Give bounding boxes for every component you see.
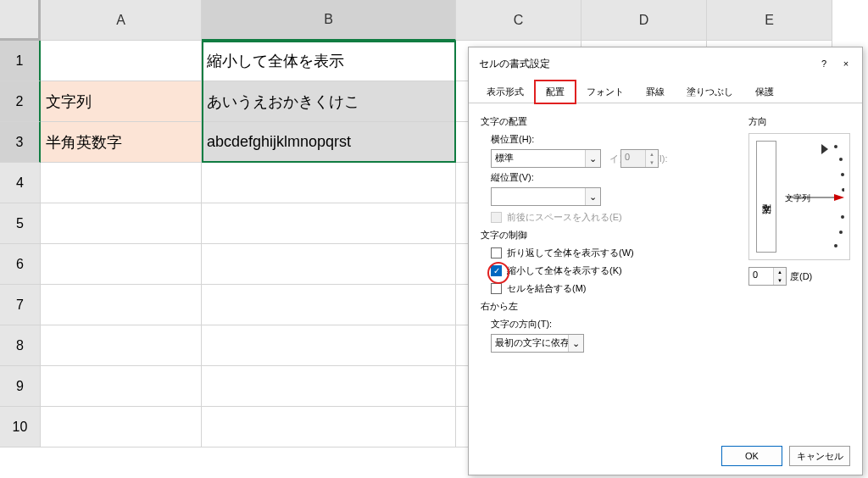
indent-spinner[interactable]: 0 ▲▼ [620,149,659,168]
cell-a2[interactable]: 文字列 [41,81,202,122]
cell-a6[interactable] [41,244,202,285]
col-header-e[interactable]: E [707,0,832,41]
col-header-b[interactable]: B [202,0,456,41]
select-all-corner[interactable] [0,0,41,41]
chevron-down-icon: ⌄ [585,188,600,205]
tab-alignment[interactable]: 配置 [535,81,576,103]
merge-cells-checkbox[interactable] [491,283,502,294]
format-cells-dialog: セルの書式設定 ? × 表示形式 配置 フォント 罫線 塗りつぶし 保護 文字の… [468,47,863,475]
cell-b5[interactable] [202,203,456,244]
svg-point-6 [834,244,837,247]
degree-value: 0 [749,268,773,285]
orientation-dial[interactable]: 文字列 [783,141,843,253]
svg-point-0 [834,145,837,148]
cell-a9[interactable] [41,366,202,407]
cell-b4[interactable] [202,163,456,203]
cell-b10[interactable] [202,407,456,447]
horizontal-value: 標準 [495,153,514,163]
svg-marker-10 [834,194,844,201]
col-header-c[interactable]: C [456,0,581,41]
cancel-button[interactable]: キャンセル [789,446,850,466]
degree-spinner[interactable]: 0 ▲▼ [748,267,787,286]
dialog-titlebar[interactable]: セルの書式設定 ? × [469,47,862,80]
spinner-down-icon[interactable]: ▼ [646,158,658,167]
orientation-panel: 方向 文字列 文字列 [748,112,850,356]
justify-distributed-label: 前後にスペースを入れる(E) [507,211,622,224]
section-right-to-left: 右から左 [481,300,735,313]
spinner-up-icon[interactable]: ▲ [774,268,786,276]
dialog-title: セルの書式設定 [479,57,813,71]
cell-a4[interactable] [41,163,202,203]
help-button[interactable]: ? [813,54,835,73]
row-header-8[interactable]: 8 [0,325,41,366]
section-orientation: 方向 [748,115,850,128]
text-direction-label: 文字の方向(T): [491,318,567,331]
row-header-2[interactable]: 2 [0,81,41,122]
cell-b1[interactable]: 縮小して全体を表示 [202,41,456,81]
wrap-text-checkbox[interactable] [491,247,502,258]
alignment-panel: 文字の配置 横位置(H): 標準 ⌄ インデント(I): 0 ▲▼ 縦位置(V)… [481,112,735,356]
row-header-5[interactable]: 5 [0,203,41,244]
vertical-select[interactable]: ⌄ [491,187,601,206]
row-header-4[interactable]: 4 [0,163,41,203]
shrink-to-fit-checkbox[interactable]: ✓ [491,265,502,276]
cell-b3[interactable]: abcdefghijklmnopqrst [202,122,456,163]
row-header-7[interactable]: 7 [0,285,41,325]
horizontal-select[interactable]: 標準 ⌄ [491,149,601,168]
col-header-d[interactable]: D [581,0,707,41]
row-header-6[interactable]: 6 [0,244,41,285]
spinner-down-icon[interactable]: ▼ [774,276,786,285]
wrap-text-label: 折り返して全体を表示する(W) [507,247,634,259]
degree-label: 度(D) [790,270,812,283]
justify-distributed-checkbox [491,212,502,223]
section-text-control: 文字の制御 [481,229,735,242]
row-header-1[interactable]: 1 [0,41,41,81]
cell-b8[interactable] [202,325,456,366]
horizontal-label: 横位置(H): [491,133,550,146]
spinner-up-icon[interactable]: ▲ [646,150,658,158]
tab-protection[interactable]: 保護 [744,81,785,103]
cell-a3[interactable]: 半角英数字 [41,122,202,163]
merge-cells-label: セルを結合する(M) [507,282,587,295]
tab-fill[interactable]: 塗りつぶし [676,81,744,103]
cell-b2[interactable]: あいうえおかきくけこ [202,81,456,122]
shrink-to-fit-label: 縮小して全体を表示する(K) [507,264,622,277]
close-button[interactable]: × [835,54,857,73]
dialog-tabs: 表示形式 配置 フォント 罫線 塗りつぶし 保護 [469,80,862,103]
row-header-10[interactable]: 10 [0,407,41,447]
indent-value: 0 [621,150,645,167]
svg-point-3 [842,188,844,192]
tab-number-format[interactable]: 表示形式 [476,81,535,103]
cell-a5[interactable] [41,203,202,244]
cell-b6[interactable] [202,244,456,285]
dialog-footer: OK キャンセル [721,446,850,466]
chevron-down-icon: ⌄ [585,150,600,167]
chevron-down-icon: ⌄ [568,335,583,352]
svg-marker-7 [821,144,828,154]
cell-b9[interactable] [202,366,456,407]
orientation-control[interactable]: 文字列 文字列 [748,133,850,260]
row-header-9[interactable]: 9 [0,366,41,407]
section-text-alignment: 文字の配置 [481,115,735,128]
orientation-vertical-button[interactable]: 文字列 [756,141,776,253]
cell-a10[interactable] [41,407,202,447]
tab-border[interactable]: 罫線 [635,81,676,103]
svg-point-1 [839,158,843,161]
svg-point-4 [841,215,844,219]
text-direction-value: 最初の文字に依存 [495,337,570,347]
vertical-label: 縦位置(V): [491,171,550,184]
svg-point-2 [841,173,844,176]
cell-a7[interactable] [41,285,202,325]
orientation-dial-icon: 文字列 [783,141,844,254]
svg-text:文字列: 文字列 [785,193,810,203]
col-header-a[interactable]: A [41,0,202,41]
cell-b7[interactable] [202,285,456,325]
text-direction-select[interactable]: 最初の文字に依存 ⌄ [491,334,584,353]
cell-a8[interactable] [41,325,202,366]
svg-point-5 [839,231,843,234]
ok-button[interactable]: OK [721,446,782,466]
dialog-body: 文字の配置 横位置(H): 標準 ⌄ インデント(I): 0 ▲▼ 縦位置(V)… [469,103,862,364]
tab-font[interactable]: フォント [576,81,635,103]
cell-a1[interactable] [41,41,202,81]
row-header-3[interactable]: 3 [0,122,41,163]
